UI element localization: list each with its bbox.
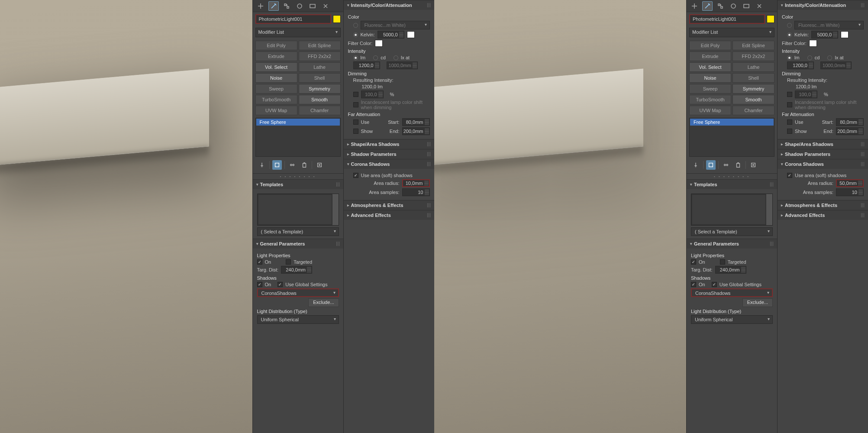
rollout-header[interactable]: ▸Shadow Parameters xyxy=(344,149,434,159)
color-preset-dropdown[interactable]: Fluoresc...m White) xyxy=(361,21,430,29)
exclude-button[interactable]: Exclude... xyxy=(742,298,773,307)
object-color-swatch[interactable] xyxy=(333,15,341,23)
far-start-spinner[interactable]: 80,0mm xyxy=(836,118,864,126)
template-select[interactable]: ( Select a Template) xyxy=(257,227,339,236)
create-tab-icon[interactable] xyxy=(689,1,700,11)
area-radius-spinner[interactable]: 10,0mm xyxy=(402,179,430,187)
exclude-button[interactable]: Exclude... xyxy=(308,298,339,307)
modifier-button[interactable]: Vol. Select xyxy=(255,62,297,72)
area-samples-spinner[interactable]: 10 xyxy=(836,188,864,196)
rollout-header[interactable]: ▸Shadow Parameters xyxy=(778,149,868,159)
incandescent-checkbox[interactable] xyxy=(353,102,358,107)
shadows-on-checkbox[interactable] xyxy=(257,282,262,287)
incandescent-checkbox[interactable] xyxy=(787,102,792,107)
motion-tab-icon[interactable] xyxy=(294,1,305,11)
far-end-spinner[interactable]: 200,0mm xyxy=(836,127,864,135)
modifier-button[interactable]: Noise xyxy=(255,73,297,83)
pin-stack-icon[interactable] xyxy=(257,160,267,170)
area-radius-spinner[interactable]: 50,0mm xyxy=(836,179,864,187)
modify-tab-icon[interactable] xyxy=(702,1,713,11)
modifier-button[interactable]: Vol. Select xyxy=(689,62,731,72)
rollout-header[interactable]: ▾Corona Shadows xyxy=(344,159,434,169)
templates-listbox[interactable] xyxy=(691,194,773,226)
dimming-pct-checkbox[interactable] xyxy=(353,92,358,97)
kelvin-radio[interactable] xyxy=(787,32,792,37)
modifier-button[interactable]: Symmetry xyxy=(732,84,774,94)
unit-lx-radio[interactable] xyxy=(827,55,832,60)
configure-sets-icon[interactable] xyxy=(749,160,758,170)
make-unique-icon[interactable] xyxy=(721,160,731,170)
stack-item[interactable]: Free Sphere xyxy=(256,119,340,126)
display-tab-icon[interactable] xyxy=(307,1,318,11)
use-area-shadows-checkbox[interactable] xyxy=(787,173,792,178)
filter-color-swatch[interactable] xyxy=(809,40,817,47)
remove-modifier-icon[interactable] xyxy=(300,160,309,170)
use-global-checkbox[interactable] xyxy=(278,282,283,287)
templates-listbox[interactable] xyxy=(257,194,339,226)
rollout-header[interactable]: ▾Corona Shadows xyxy=(778,159,868,169)
template-select[interactable]: ( Select a Template) xyxy=(691,227,773,236)
rollout-header[interactable]: ▸Advanced Effects xyxy=(344,210,434,220)
stack-item[interactable]: Free Sphere xyxy=(690,119,774,126)
rollout-header[interactable]: ▸Shape/Area Shadows xyxy=(778,139,868,149)
kelvin-color-swatch[interactable] xyxy=(407,31,415,38)
far-show-checkbox[interactable] xyxy=(353,129,358,134)
targ-dist-spinner[interactable]: 240,0mm xyxy=(715,266,746,274)
unit-lm-radio[interactable] xyxy=(787,55,792,60)
modifier-stack[interactable]: Free Sphere xyxy=(689,118,774,157)
rollout-header[interactable]: ▾Intensity/Color/Attenuation xyxy=(778,0,868,10)
kelvin-spinner[interactable]: 5000,0 xyxy=(811,31,838,39)
modifier-list-dropdown[interactable]: Modifier List xyxy=(255,28,341,37)
unit-cd-radio[interactable] xyxy=(807,55,812,60)
hierarchy-tab-icon[interactable] xyxy=(281,1,292,11)
use-global-checkbox[interactable] xyxy=(712,282,717,287)
use-area-shadows-checkbox[interactable] xyxy=(353,173,358,178)
area-samples-spinner[interactable]: 10 xyxy=(402,188,430,196)
shadow-type-dropdown[interactable]: CoronaShadows xyxy=(691,288,773,297)
unit-lm-radio[interactable] xyxy=(353,55,358,60)
object-name-field[interactable] xyxy=(255,14,331,24)
intensity-spinner[interactable]: 1200,0 xyxy=(787,61,814,69)
far-use-checkbox[interactable] xyxy=(787,120,792,125)
shadow-type-dropdown[interactable]: CoronaShadows xyxy=(257,288,339,297)
show-end-result-icon[interactable] xyxy=(272,160,282,170)
rollout-header[interactable]: ▾General Parameters xyxy=(253,239,343,249)
intensity-spinner[interactable]: 1200,0 xyxy=(353,61,380,69)
object-name-field[interactable] xyxy=(689,14,765,24)
filter-color-swatch[interactable] xyxy=(375,40,383,47)
display-tab-icon[interactable] xyxy=(741,1,752,11)
rollout-header[interactable]: ▸Atmospheres & Effects xyxy=(344,200,434,210)
kelvin-spinner[interactable]: 5000,0 xyxy=(378,31,404,39)
rollout-header[interactable]: ▸Advanced Effects xyxy=(778,210,868,220)
dimming-pct-checkbox[interactable] xyxy=(787,92,792,97)
utilities-tab-icon[interactable] xyxy=(320,1,331,11)
remove-modifier-icon[interactable] xyxy=(733,160,743,170)
shadows-on-checkbox[interactable] xyxy=(691,282,696,287)
make-unique-icon[interactable] xyxy=(287,160,297,170)
rollout-header[interactable]: ▾Intensity/Color/Attenuation xyxy=(344,0,434,10)
modifier-stack[interactable]: Free Sphere xyxy=(255,118,341,157)
color-preset-radio[interactable] xyxy=(353,23,358,28)
modify-tab-icon[interactable] xyxy=(268,1,279,11)
far-end-spinner[interactable]: 200,0mm xyxy=(402,127,430,135)
unit-lx-radio[interactable] xyxy=(394,55,398,60)
color-preset-dropdown[interactable]: Fluoresc...m White) xyxy=(794,21,864,29)
utilities-tab-icon[interactable] xyxy=(754,1,765,11)
motion-tab-icon[interactable] xyxy=(728,1,739,11)
object-color-swatch[interactable] xyxy=(767,15,774,23)
rollout-header[interactable]: ▸Atmospheres & Effects xyxy=(778,200,868,210)
rollout-header[interactable]: ▾General Parameters xyxy=(687,239,777,249)
modifier-button[interactable]: Smooth xyxy=(732,95,774,104)
light-on-checkbox[interactable] xyxy=(257,259,262,265)
far-use-checkbox[interactable] xyxy=(353,120,358,125)
kelvin-color-swatch[interactable] xyxy=(841,31,849,38)
targeted-checkbox[interactable] xyxy=(720,259,725,265)
color-preset-radio[interactable] xyxy=(787,23,792,28)
rollout-header[interactable]: ▾Templates xyxy=(253,180,343,189)
targeted-checkbox[interactable] xyxy=(286,259,291,265)
light-on-checkbox[interactable] xyxy=(691,259,696,265)
targ-dist-spinner[interactable]: 240,0mm xyxy=(281,266,312,274)
rollout-header[interactable]: ▸Shape/Area Shadows xyxy=(344,139,434,149)
show-end-result-icon[interactable] xyxy=(706,160,716,170)
modifier-button[interactable]: Noise xyxy=(689,73,731,83)
